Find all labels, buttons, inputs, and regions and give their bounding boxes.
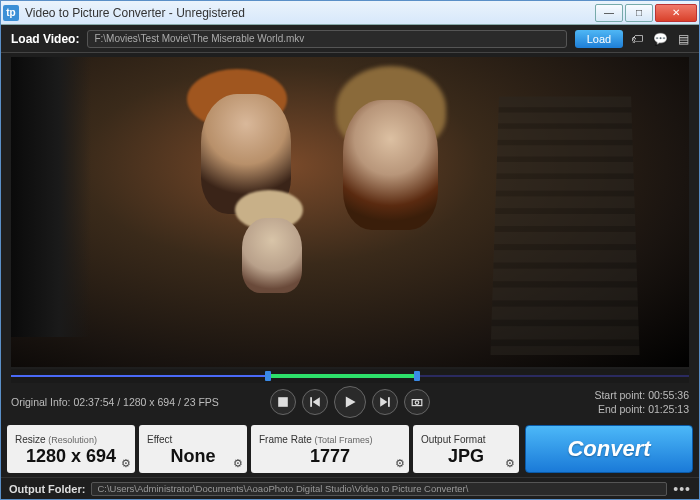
comment-icon[interactable]: 💬 (653, 32, 668, 46)
resize-box[interactable]: Resize (Resolution) 1280 x 694 ⚙ (7, 425, 135, 473)
framerate-gear-icon[interactable]: ⚙ (395, 457, 405, 470)
original-info: Original Info: 02:37:54 / 1280 x 694 / 2… (11, 396, 270, 408)
minimize-button[interactable]: — (595, 4, 623, 22)
timeline[interactable] (11, 369, 689, 383)
original-info-label: Original Info: (11, 396, 71, 408)
app-window: tp Video to Picture Converter - Unregist… (0, 0, 700, 500)
start-point-label: Start point: (594, 389, 645, 401)
top-icons: 🏷 💬 ▤ (631, 32, 689, 46)
svg-rect-5 (388, 397, 390, 407)
video-frame (11, 57, 689, 367)
framerate-box[interactable]: Frame Rate (Total Frames) 1777 ⚙ (251, 425, 409, 473)
stop-button[interactable] (270, 389, 296, 415)
svg-rect-0 (278, 397, 288, 407)
svg-rect-1 (310, 397, 312, 407)
titlebar: tp Video to Picture Converter - Unregist… (1, 1, 699, 25)
playback-controls (270, 386, 430, 418)
window-title: Video to Picture Converter - Unregistere… (25, 6, 595, 20)
list-icon[interactable]: ▤ (678, 32, 689, 46)
scene-figure-2 (343, 100, 438, 230)
window-controls: — □ ✕ (595, 4, 697, 22)
end-point-value: 01:25:13 (648, 403, 689, 415)
load-button[interactable]: Load (575, 30, 623, 48)
framerate-label: Frame Rate (259, 434, 312, 445)
tag-icon[interactable]: 🏷 (631, 32, 643, 46)
browse-output-button[interactable]: ••• (673, 481, 691, 497)
effect-box[interactable]: Effect None ⚙ (139, 425, 247, 473)
timeline-progress (11, 375, 269, 377)
prev-frame-button[interactable] (302, 389, 328, 415)
controls-row: Original Info: 02:37:54 / 1280 x 694 / 2… (1, 383, 699, 421)
maximize-button[interactable]: □ (625, 4, 653, 22)
play-button[interactable] (334, 386, 366, 418)
output-format-value: JPG (421, 445, 511, 467)
original-info-value: 02:37:54 / 1280 x 694 / 23 FPS (73, 396, 218, 408)
output-format-gear-icon[interactable]: ⚙ (505, 457, 515, 470)
app-icon: tp (3, 5, 19, 21)
svg-point-7 (415, 401, 419, 405)
start-point-value: 00:55:36 (648, 389, 689, 401)
svg-marker-4 (380, 397, 387, 407)
scene-staircase (490, 97, 639, 355)
resize-sublabel: (Resolution) (48, 435, 97, 445)
next-frame-button[interactable] (372, 389, 398, 415)
effect-label: Effect (147, 434, 172, 445)
effect-gear-icon[interactable]: ⚙ (233, 457, 243, 470)
resize-value: 1280 x 694 (15, 445, 127, 467)
snapshot-button[interactable] (404, 389, 430, 415)
close-button[interactable]: ✕ (655, 4, 697, 22)
scene-figure-3 (242, 218, 302, 293)
load-label: Load Video: (11, 32, 79, 46)
output-folder-path[interactable]: C:\Users\Administrator\Documents\AoaoPho… (91, 482, 667, 496)
timeline-selection[interactable] (269, 374, 418, 378)
video-preview[interactable] (11, 57, 689, 367)
scene-figure-left (11, 57, 91, 337)
output-row: Output Folder: C:\Users\Administrator\Do… (1, 477, 699, 499)
svg-marker-3 (346, 396, 356, 407)
range-points: Start point: 00:55:36 End point: 01:25:1… (430, 388, 689, 416)
framerate-sublabel: (Total Frames) (315, 435, 373, 445)
video-path-field[interactable]: F:\Movies\Test Movie\The Miserable World… (87, 30, 567, 48)
end-point-label: End point: (598, 403, 645, 415)
load-bar: Load Video: F:\Movies\Test Movie\The Mis… (1, 25, 699, 53)
framerate-value: 1777 (259, 445, 401, 467)
params-row: Resize (Resolution) 1280 x 694 ⚙ Effect … (1, 421, 699, 477)
selection-handle-start[interactable] (265, 371, 271, 381)
effect-value: None (147, 445, 239, 467)
resize-gear-icon[interactable]: ⚙ (121, 457, 131, 470)
svg-marker-2 (313, 397, 320, 407)
output-folder-label: Output Folder: (9, 483, 85, 495)
output-format-box[interactable]: Output Format JPG ⚙ (413, 425, 519, 473)
convert-button[interactable]: Convert (525, 425, 693, 473)
selection-handle-end[interactable] (414, 371, 420, 381)
output-format-label: Output Format (421, 434, 485, 445)
resize-label: Resize (15, 434, 46, 445)
